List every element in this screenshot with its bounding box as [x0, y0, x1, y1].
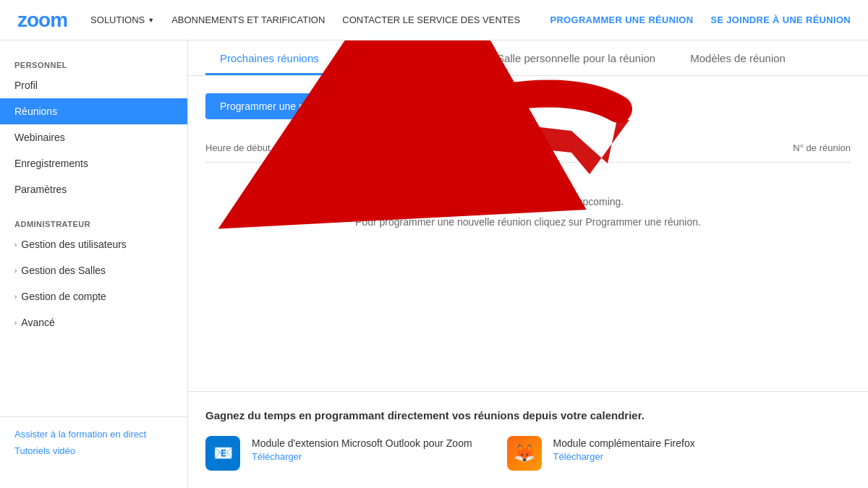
rejoindre-reunion-link[interactable]: SE JOINDRE À UNE RÉUNION [710, 14, 851, 25]
tab-prochaines-reunions[interactable]: Prochaines réunions [205, 40, 333, 75]
empty-state-line1: L'utilisateur n'a pas de réunions upcomi… [205, 192, 851, 212]
outlook-icon: 📧 [205, 436, 240, 471]
promo-item-outlook-text: Module d'extension Microsoft Outlook pou… [252, 436, 472, 462]
schedule-meeting-button[interactable]: Programmer une nouvelle réunion [205, 93, 388, 119]
logo[interactable]: zoom [17, 9, 67, 32]
promo-item-outlook: 📧 Module d'extension Microsoft Outlook p… [205, 436, 472, 471]
promo-item-firefox-text: Module complémentaire Firefox Télécharge… [553, 436, 695, 462]
content-body: Programmer une nouvelle réunion Heure de… [188, 76, 868, 377]
sidebar-item-profil[interactable]: Profil [0, 72, 187, 98]
promo-items: 📧 Module d'extension Microsoft Outlook p… [205, 436, 851, 471]
sidebar-item-enregistrements[interactable]: Enregistrements [0, 150, 187, 176]
nav-contact[interactable]: CONTACTER LE SERVICE DES VENTES [342, 14, 520, 25]
sidebar-tutoriels-link[interactable]: Tutoriels vidéo [14, 445, 173, 456]
col-time-header: Heure de début ⇅ [205, 142, 350, 153]
chevron-right-icon: › [14, 241, 17, 249]
sidebar-bottom: Assister à la formation en direct Tutori… [0, 416, 187, 474]
sort-icon[interactable]: ⇅ [276, 145, 281, 153]
section-admin-label: ADMINISTRATEUR [0, 214, 187, 231]
tab-salle-personnelle[interactable]: Salle personnelle pour la réunion [482, 40, 670, 75]
section-personnel-label: PERSONNEL [0, 55, 187, 72]
sidebar-item-parametres[interactable]: Paramètres [0, 176, 187, 202]
sidebar-item-reunions[interactable]: Réunions [0, 98, 187, 124]
chevron-right-icon: › [14, 267, 17, 275]
sidebar: PERSONNEL Profil Réunions Webinaires Enr… [0, 40, 188, 488]
chevron-down-icon: ▼ [148, 17, 154, 24]
nav-solutions[interactable]: SOLUTIONS ▼ [90, 14, 154, 25]
sidebar-item-gestion-salles[interactable]: › Gestion des Salles [0, 257, 187, 283]
header-left: zoom SOLUTIONS ▼ ABONNEMENTS ET TARIFICA… [17, 9, 520, 32]
empty-state-line2: Pour programmer une nouvelle réunion cli… [205, 212, 851, 232]
main-layout: PERSONNEL Profil Réunions Webinaires Enr… [0, 40, 868, 488]
outlook-download-link[interactable]: Télécharger [252, 451, 472, 462]
main-nav: SOLUTIONS ▼ ABONNEMENTS ET TARIFICATION … [90, 14, 520, 25]
table-header: Heure de début ⇅ Sujet N° de réunion [205, 134, 851, 163]
sidebar-item-avance[interactable]: › Avancé [0, 309, 187, 335]
promo-title: Gagnez du temps en programmant directeme… [205, 409, 851, 421]
sidebar-item-gestion-compte[interactable]: › Gestion de compte [0, 283, 187, 309]
tab-reunions-precedentes[interactable]: Réunions précédentes [339, 40, 477, 75]
calendar-promo: Gagnez du temps en programmant directeme… [188, 391, 868, 488]
tabs-bar: Prochaines réunions Réunions précédentes… [188, 40, 868, 76]
header-right: PROGRAMMER UNE RÉUNION SE JOINDRE À UNE … [550, 14, 851, 25]
chevron-right-icon: › [14, 319, 17, 327]
firefox-icon: 🦊 [507, 436, 542, 471]
header: zoom SOLUTIONS ▼ ABONNEMENTS ET TARIFICA… [0, 0, 868, 40]
nav-abonnements[interactable]: ABONNEMENTS ET TARIFICATION [171, 14, 325, 25]
sidebar-formation-link[interactable]: Assister à la formation en direct [14, 429, 173, 440]
sidebar-item-gestion-utilisateurs[interactable]: › Gestion des utilisateurs [0, 231, 187, 257]
logo-text: zoom [17, 9, 67, 32]
col-subject-header: Sujet [350, 142, 706, 153]
promo-item-firefox: 🦊 Module complémentaire Firefox Téléchar… [507, 436, 695, 471]
empty-state: L'utilisateur n'a pas de réunions upcomi… [205, 163, 851, 261]
firefox-download-link[interactable]: Télécharger [553, 451, 695, 462]
programmer-reunion-link[interactable]: PROGRAMMER UNE RÉUNION [550, 14, 693, 25]
col-meeting-id-header: N° de réunion [706, 142, 851, 153]
sidebar-item-webinaires[interactable]: Webinaires [0, 124, 187, 150]
chevron-right-icon: › [14, 293, 17, 301]
tab-modeles-reunion[interactable]: Modèles de réunion [676, 40, 800, 75]
content-area: Prochaines réunions Réunions précédentes… [188, 40, 868, 488]
